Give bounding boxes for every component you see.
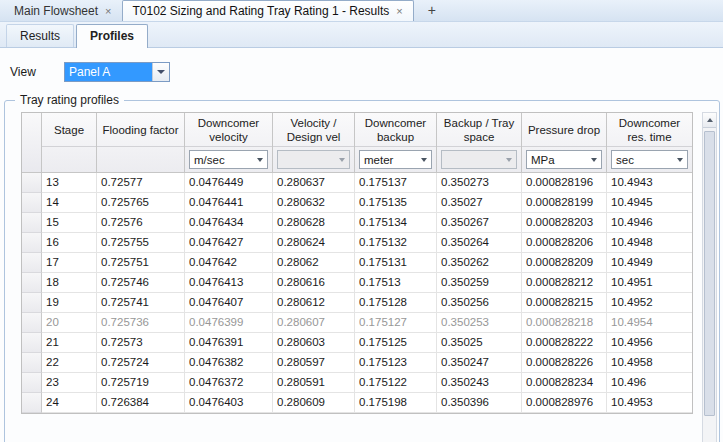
row-selector[interactable] — [22, 233, 42, 253]
vertical-scrollbar[interactable] — [702, 112, 717, 442]
table-cell[interactable]: 10.4946 — [607, 213, 692, 233]
row-selector[interactable] — [22, 173, 42, 193]
table-cell[interactable]: 0.175128 — [355, 293, 437, 313]
table-cell[interactable]: 16 — [42, 233, 97, 253]
row-selector[interactable] — [22, 393, 42, 413]
row-selector[interactable] — [22, 193, 42, 213]
table-cell[interactable]: 0.280637 — [273, 173, 355, 193]
table-cell[interactable]: 10.4945 — [607, 193, 692, 213]
table-cell[interactable]: 0.175122 — [355, 373, 437, 393]
unit-dropdown[interactable]: sec — [611, 150, 688, 169]
document-tab[interactable]: Main Flowsheet× — [4, 0, 122, 21]
table-cell[interactable]: 0.000828226 — [522, 353, 607, 373]
table-cell[interactable]: 0.280609 — [273, 393, 355, 413]
table-cell[interactable]: 0.72577 — [97, 173, 185, 193]
close-icon[interactable]: × — [395, 6, 403, 17]
row-selector[interactable] — [22, 293, 42, 313]
row-selector[interactable] — [22, 273, 42, 293]
table-cell[interactable]: 0.350262 — [437, 253, 522, 273]
table-cell[interactable]: 0.350396 — [437, 393, 522, 413]
table-cell[interactable]: 0.0476449 — [185, 173, 273, 193]
table-cell[interactable]: 10.4951 — [607, 273, 692, 293]
table-cell[interactable]: 21 — [42, 333, 97, 353]
table-cell[interactable]: 0.000828199 — [522, 193, 607, 213]
table-cell[interactable]: 0.175132 — [355, 233, 437, 253]
row-selector[interactable] — [22, 353, 42, 373]
close-icon[interactable]: × — [104, 6, 112, 17]
table-cell[interactable]: 0.725741 — [97, 293, 185, 313]
table-cell[interactable]: 18 — [42, 273, 97, 293]
unit-dropdown[interactable]: m/sec — [189, 150, 268, 169]
view-dropdown[interactable]: Panel A — [64, 62, 170, 82]
table-cell[interactable]: 0.175131 — [355, 253, 437, 273]
table-cell[interactable]: 0.350267 — [437, 213, 522, 233]
table-cell[interactable]: 0.0476372 — [185, 373, 273, 393]
table-cell[interactable]: 0.280597 — [273, 353, 355, 373]
table-cell[interactable]: 0.0476441 — [185, 193, 273, 213]
table-cell[interactable]: 0.000828218 — [522, 313, 607, 333]
table-cell[interactable]: 15 — [42, 213, 97, 233]
table-cell[interactable]: 13 — [42, 173, 97, 193]
row-selector[interactable] — [22, 373, 42, 393]
scrollbar-thumb[interactable] — [704, 131, 715, 416]
table-cell[interactable]: 10.4954 — [607, 313, 692, 333]
table-cell[interactable]: 0.350256 — [437, 293, 522, 313]
table-cell[interactable]: 0.0476413 — [185, 273, 273, 293]
document-tab[interactable]: T0102 Sizing and Rating Tray Rating 1 - … — [122, 0, 413, 21]
table-cell[interactable]: 0.35025 — [437, 333, 522, 353]
table-cell[interactable]: 0.280591 — [273, 373, 355, 393]
table-cell[interactable]: 0.35027 — [437, 193, 522, 213]
table-cell[interactable]: 10.4949 — [607, 253, 692, 273]
row-selector[interactable] — [22, 213, 42, 233]
unit-dropdown[interactable]: meter — [359, 150, 432, 169]
tab-profiles[interactable]: Profiles — [76, 24, 148, 48]
table-cell[interactable]: 0.280616 — [273, 273, 355, 293]
table-cell[interactable]: 0.725765 — [97, 193, 185, 213]
table-cell[interactable]: 0.280612 — [273, 293, 355, 313]
table-cell[interactable]: 0.280632 — [273, 193, 355, 213]
table-cell[interactable]: 10.4952 — [607, 293, 692, 313]
row-selector[interactable] — [22, 333, 42, 353]
table-cell[interactable]: 0.725736 — [97, 313, 185, 333]
table-cell[interactable]: 0.000828209 — [522, 253, 607, 273]
table-cell[interactable]: 0.72576 — [97, 213, 185, 233]
table-cell[interactable]: 0.000828976 — [522, 393, 607, 413]
table-cell[interactable]: 0.175127 — [355, 313, 437, 333]
table-cell[interactable]: 10.4956 — [607, 333, 692, 353]
table-cell[interactable]: 0.725746 — [97, 273, 185, 293]
table-cell[interactable]: 0.0476403 — [185, 393, 273, 413]
new-tab-button[interactable]: + — [422, 2, 442, 18]
table-cell[interactable]: 0.175123 — [355, 353, 437, 373]
table-cell[interactable]: 0.72573 — [97, 333, 185, 353]
table-cell[interactable]: 0.047642 — [185, 253, 273, 273]
table-cell[interactable]: 17 — [42, 253, 97, 273]
scroll-up-button[interactable] — [703, 113, 716, 128]
table-cell[interactable]: 22 — [42, 353, 97, 373]
table-cell[interactable]: 0.175135 — [355, 193, 437, 213]
row-selector[interactable] — [22, 313, 42, 333]
table-cell[interactable]: 0.0476407 — [185, 293, 273, 313]
table-cell[interactable]: 14 — [42, 193, 97, 213]
table-cell[interactable]: 0.0476399 — [185, 313, 273, 333]
table-cell[interactable]: 0.350273 — [437, 173, 522, 193]
table-cell[interactable]: 0.000828215 — [522, 293, 607, 313]
table-cell[interactable]: 0.725719 — [97, 373, 185, 393]
table-cell[interactable]: 0.000828196 — [522, 173, 607, 193]
table-cell[interactable]: 0.725724 — [97, 353, 185, 373]
table-cell[interactable]: 19 — [42, 293, 97, 313]
table-cell[interactable]: 10.4953 — [607, 393, 692, 413]
table-cell[interactable]: 0.000828212 — [522, 273, 607, 293]
table-cell[interactable]: 0.280603 — [273, 333, 355, 353]
table-cell[interactable]: 0.000828203 — [522, 213, 607, 233]
table-cell[interactable]: 0.280607 — [273, 313, 355, 333]
table-cell[interactable]: 0.175198 — [355, 393, 437, 413]
table-cell[interactable]: 0.280628 — [273, 213, 355, 233]
table-cell[interactable]: 0.17513 — [355, 273, 437, 293]
table-cell[interactable]: 0.000828234 — [522, 373, 607, 393]
table-cell[interactable]: 0.000828206 — [522, 233, 607, 253]
chevron-down-icon[interactable] — [152, 63, 169, 81]
table-cell[interactable]: 0.726384 — [97, 393, 185, 413]
table-cell[interactable]: 0.350243 — [437, 373, 522, 393]
table-cell[interactable]: 10.4943 — [607, 173, 692, 193]
table-cell[interactable]: 0.350264 — [437, 233, 522, 253]
